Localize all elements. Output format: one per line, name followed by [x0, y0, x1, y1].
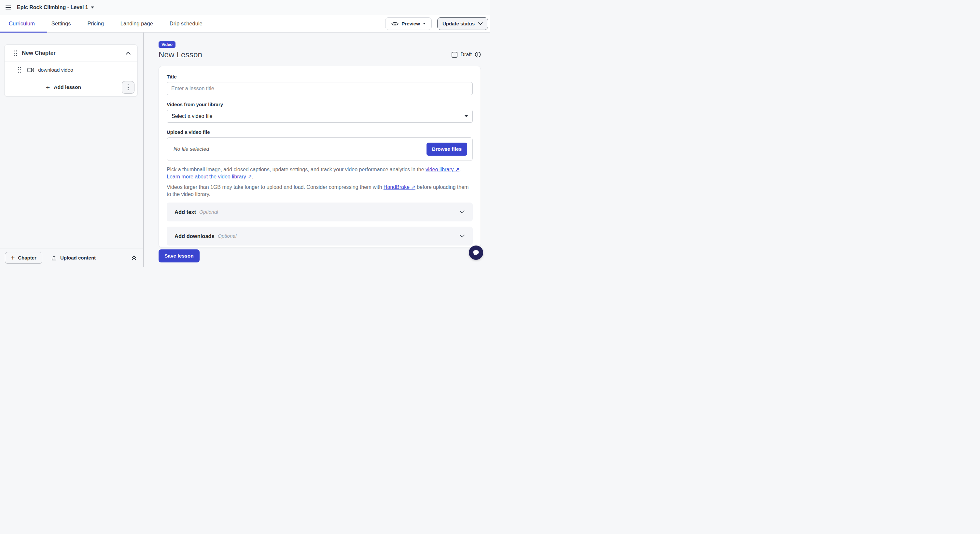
tab-bar: Curriculum Settings Pricing Landing page… [0, 15, 490, 33]
video-upload-dropzone[interactable]: No file selected Browse files [167, 137, 473, 161]
plus-icon: + [11, 254, 15, 261]
preview-label: Preview [401, 21, 420, 26]
tab-pricing[interactable]: Pricing [87, 21, 103, 27]
video-library-help-text: Pick a thumbnail image, add closed capti… [167, 166, 473, 180]
eye-icon [391, 21, 399, 26]
video-library-select[interactable]: Select a video file [167, 110, 473, 123]
caret-down-icon [465, 115, 468, 117]
curriculum-sidebar: New Chapter download video + Add lesson [0, 33, 143, 267]
chevron-down-icon [91, 6, 94, 8]
add-chapter-label: Chapter [18, 255, 37, 261]
draft-checkbox[interactable] [452, 52, 457, 58]
course-title: Epic Rock Climbing - Level 1 [17, 5, 88, 10]
caret-down-icon [423, 23, 426, 24]
draft-label: Draft [460, 52, 472, 58]
inline-link[interactable]: HandBrake ↗ [383, 184, 415, 190]
add-downloads-optional-hint: Optional [218, 233, 237, 239]
upload-empty-text: No file selected [173, 146, 209, 152]
upload-content-button[interactable]: Upload content [51, 255, 96, 261]
plus-icon: + [46, 84, 50, 91]
lesson-form-card: Title Videos from your library Select a … [159, 66, 481, 248]
tab-landing-page[interactable]: Landing page [121, 21, 153, 27]
upload-icon [51, 255, 57, 261]
upload-field-label: Upload a video file [167, 129, 473, 135]
chapter-footer: + Add lesson [5, 78, 137, 96]
page-title: New Lesson [159, 50, 202, 59]
chevron-down-icon [460, 210, 465, 214]
video-camera-icon [27, 68, 34, 72]
inline-link[interactable]: video library ↗ [426, 167, 460, 172]
chevron-down-icon [478, 22, 483, 25]
title-field-label: Title [167, 74, 473, 79]
update-status-button[interactable]: Update status [437, 17, 488, 30]
video-library-select-value: Select a video file [172, 113, 212, 119]
preview-button[interactable]: Preview [385, 17, 432, 30]
library-field-label: Videos from your library [167, 102, 473, 107]
upload-content-label: Upload content [60, 255, 96, 261]
sidebar-footer: + Chapter Upload content [0, 248, 143, 267]
save-lesson-button[interactable]: Save lesson [159, 250, 200, 262]
collapse-all-button[interactable] [131, 255, 137, 261]
chapter-menu-button[interactable] [122, 81, 134, 94]
add-text-section[interactable]: Add text Optional [167, 202, 473, 221]
tab-drip-schedule[interactable]: Drip schedule [170, 21, 202, 27]
lesson-item[interactable]: download video [5, 62, 137, 78]
chevron-up-icon[interactable] [126, 51, 131, 55]
double-chevron-up-icon [131, 255, 137, 261]
top-bar: Epic Rock Climbing - Level 1 [0, 0, 490, 15]
drag-handle-icon[interactable] [14, 51, 17, 56]
chapter-card: New Chapter download video + Add lesson [4, 44, 138, 97]
add-text-label: Add text [175, 209, 196, 215]
add-lesson-button[interactable]: + Add lesson [5, 84, 123, 91]
drag-handle-icon[interactable] [18, 67, 21, 73]
add-lesson-label: Add lesson [54, 84, 81, 90]
update-status-label: Update status [442, 21, 475, 26]
chapter-title: New Chapter [22, 50, 56, 56]
tab-curriculum[interactable]: Curriculum [9, 21, 35, 27]
browse-files-button[interactable]: Browse files [426, 143, 467, 156]
video-size-help-text: Videos larger than 1GB may take longer t… [167, 184, 473, 198]
tab-settings[interactable]: Settings [51, 21, 71, 27]
lesson-type-badge: Video [159, 41, 175, 48]
add-downloads-section[interactable]: Add downloads Optional [167, 227, 473, 245]
chapter-header[interactable]: New Chapter [5, 44, 137, 62]
add-text-optional-hint: Optional [199, 209, 218, 215]
add-downloads-label: Add downloads [175, 233, 215, 239]
course-switcher[interactable]: Epic Rock Climbing - Level 1 [17, 5, 94, 10]
chevron-down-icon [460, 234, 465, 238]
lesson-editor: Video New Lesson Draft Title Videos from… [143, 33, 490, 267]
lesson-header: Video New Lesson Draft [159, 41, 481, 59]
add-chapter-button[interactable]: + Chapter [5, 252, 42, 264]
lesson-title-input[interactable] [167, 82, 473, 95]
header-actions: Preview Update status [385, 17, 488, 30]
chat-bubble-icon [472, 248, 480, 257]
chat-widget-button[interactable] [469, 245, 483, 260]
info-icon[interactable] [475, 51, 481, 58]
inline-link[interactable]: Learn more about the video library ↗ [167, 174, 252, 180]
hamburger-menu-icon[interactable] [6, 6, 11, 10]
lesson-title: download video [38, 67, 73, 73]
draft-toggle-row: Draft [452, 50, 481, 59]
